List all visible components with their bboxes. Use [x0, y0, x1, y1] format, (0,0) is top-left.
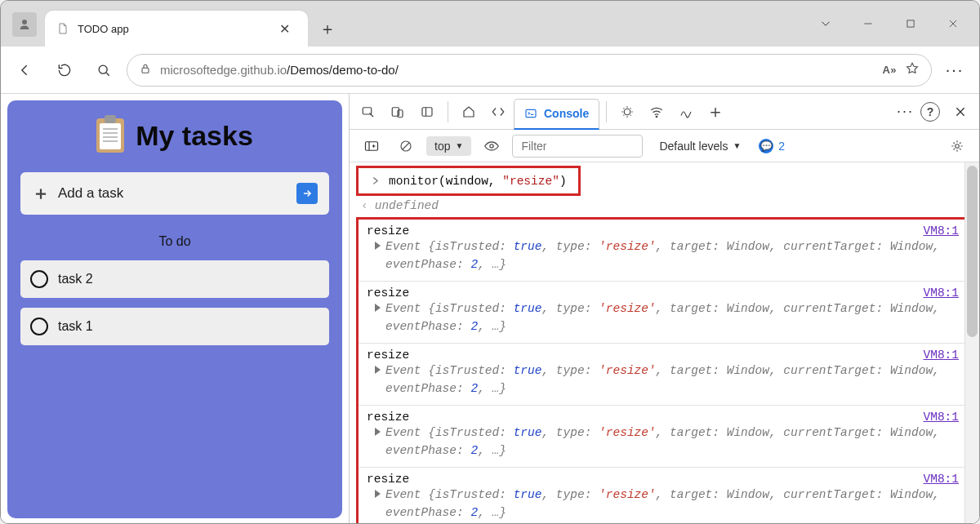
event-object: Event {isTrusted: true, type: 'resize', …: [385, 486, 960, 522]
app-heading: My tasks: [20, 118, 329, 153]
prompt-icon: ﹥: [370, 173, 382, 189]
back-button[interactable]: [9, 54, 42, 87]
app-viewport: My tasks ＋ Add a task To do task 2task 1: [1, 94, 349, 524]
source-link[interactable]: VM8:1: [923, 224, 959, 238]
context-selector[interactable]: top▼: [426, 136, 471, 156]
event-name: resize: [367, 473, 960, 486]
expand-icon[interactable]: [375, 428, 381, 436]
log-levels-selector[interactable]: Default levels▼: [659, 140, 741, 153]
help-icon[interactable]: ?: [920, 102, 940, 122]
lock-icon: [139, 62, 152, 78]
todo-app: My tasks ＋ Add a task To do task 2task 1: [7, 100, 342, 518]
browser-menu-icon[interactable]: ···: [938, 54, 971, 87]
svg-point-9: [656, 116, 657, 118]
console-log-entry[interactable]: resizeVM8:1Event {isTrusted: true, type:…: [359, 220, 969, 281]
close-tab-icon[interactable]: ✕: [276, 20, 293, 38]
console-toolbar: top▼ Default levels▼ 💬2: [350, 130, 979, 162]
live-expression-icon[interactable]: [478, 132, 506, 160]
url-text: microsoftedge.github.io/Demos/demo-to-do…: [160, 63, 399, 77]
task-item[interactable]: task 2: [20, 260, 329, 298]
svg-point-8: [624, 109, 630, 115]
clear-console-icon[interactable]: [392, 132, 420, 160]
event-object: Event {isTrusted: true, type: 'resize', …: [385, 238, 960, 274]
new-tab-button[interactable]: ＋: [314, 16, 341, 42]
tab-title: TODO app: [78, 23, 129, 35]
console-tab[interactable]: Console: [514, 99, 599, 130]
refresh-button[interactable]: [48, 54, 81, 87]
speech-bubble-icon: 💬: [759, 139, 773, 153]
devtools-tabbar: Console ＋ ··· ?: [350, 94, 979, 130]
plus-icon: ＋: [32, 181, 50, 206]
event-object: Event {isTrusted: true, type: 'resize', …: [385, 300, 960, 336]
devtools-panel: Console ＋ ··· ? top▼ Default levels▼ 💬2: [349, 94, 979, 524]
source-link[interactable]: VM8:1: [923, 411, 959, 424]
console-sidebar-toggle[interactable]: [358, 132, 385, 160]
svg-point-13: [956, 144, 960, 148]
welcome-tab-icon[interactable]: [455, 98, 483, 126]
scrollbar-thumb[interactable]: [967, 166, 978, 337]
task-label: task 2: [58, 272, 93, 286]
svg-rect-7: [526, 109, 536, 117]
performance-icon[interactable]: [672, 98, 700, 126]
add-task-placeholder: Add a task: [58, 185, 123, 202]
device-emulation-icon[interactable]: [384, 98, 412, 126]
source-link[interactable]: VM8:1: [923, 349, 959, 362]
console-log-entry[interactable]: resizeVM8:1Event {isTrusted: true, type:…: [359, 281, 969, 343]
task-checkbox[interactable]: [30, 318, 48, 335]
expand-icon[interactable]: [375, 304, 381, 312]
source-link[interactable]: VM8:1: [923, 286, 959, 300]
return-arrow-icon: ‹: [361, 199, 368, 212]
favorite-icon[interactable]: [905, 61, 920, 79]
search-icon[interactable]: [87, 54, 120, 87]
svg-rect-0: [907, 20, 914, 27]
event-object: Event {isTrusted: true, type: 'resize', …: [385, 362, 960, 398]
console-output: ﹥ monitor(window, "resize") ‹ undefined …: [350, 162, 979, 524]
svg-rect-2: [142, 68, 149, 73]
submit-task-button[interactable]: [296, 183, 318, 204]
console-log-entry[interactable]: resizeVM8:1Event {isTrusted: true, type:…: [359, 343, 969, 405]
event-name: resize: [367, 349, 960, 362]
profile-avatar[interactable]: [12, 12, 37, 37]
event-name: resize: [367, 411, 960, 424]
devtools-menu-icon[interactable]: ···: [897, 103, 914, 120]
expand-icon[interactable]: [375, 242, 381, 250]
browser-tab[interactable]: TODO app ✕: [45, 11, 308, 47]
url-box[interactable]: microsoftedge.github.io/Demos/demo-to-do…: [127, 54, 932, 87]
console-settings-icon[interactable]: [943, 132, 971, 160]
tab-actions-icon[interactable]: [804, 7, 847, 40]
file-icon: [56, 22, 69, 35]
expand-icon[interactable]: [375, 366, 381, 374]
clipboard-icon: [96, 118, 124, 153]
maximize-button[interactable]: [889, 7, 932, 40]
expand-icon[interactable]: [375, 490, 381, 498]
browser-titlebar: TODO app ✕ ＋: [1, 1, 979, 47]
minimize-button[interactable]: [847, 7, 889, 40]
elements-tab-icon[interactable]: [484, 98, 512, 126]
more-tabs-button[interactable]: ＋: [702, 98, 729, 126]
task-label: task 1: [58, 319, 93, 334]
dock-side-icon[interactable]: [413, 98, 441, 126]
window-controls: [804, 1, 974, 47]
inspect-element-icon[interactable]: [354, 98, 382, 126]
issues-icon[interactable]: [613, 98, 641, 126]
console-return: ‹ undefined: [350, 196, 979, 215]
svg-rect-6: [422, 107, 432, 116]
console-log-entry[interactable]: resizeVM8:1Event {isTrusted: true, type:…: [359, 467, 969, 524]
network-conditions-icon[interactable]: [643, 98, 670, 126]
devtools-close-icon[interactable]: [947, 98, 974, 126]
console-log-entry[interactable]: resizeVM8:1Event {isTrusted: true, type:…: [359, 405, 969, 467]
source-link[interactable]: VM8:1: [923, 473, 959, 486]
issues-badge[interactable]: 💬2: [759, 139, 785, 153]
svg-point-12: [490, 144, 493, 147]
event-name: resize: [367, 286, 960, 300]
add-task-input[interactable]: ＋ Add a task: [20, 172, 329, 215]
event-object: Event {isTrusted: true, type: 'resize', …: [385, 424, 960, 460]
scrollbar[interactable]: [964, 162, 979, 524]
task-checkbox[interactable]: [30, 270, 48, 288]
svg-point-1: [99, 65, 107, 73]
svg-rect-10: [366, 141, 378, 150]
window-close-button[interactable]: [932, 7, 974, 40]
task-item[interactable]: task 1: [20, 308, 329, 345]
filter-input[interactable]: [512, 135, 643, 158]
read-aloud-icon[interactable]: A»: [882, 64, 897, 76]
